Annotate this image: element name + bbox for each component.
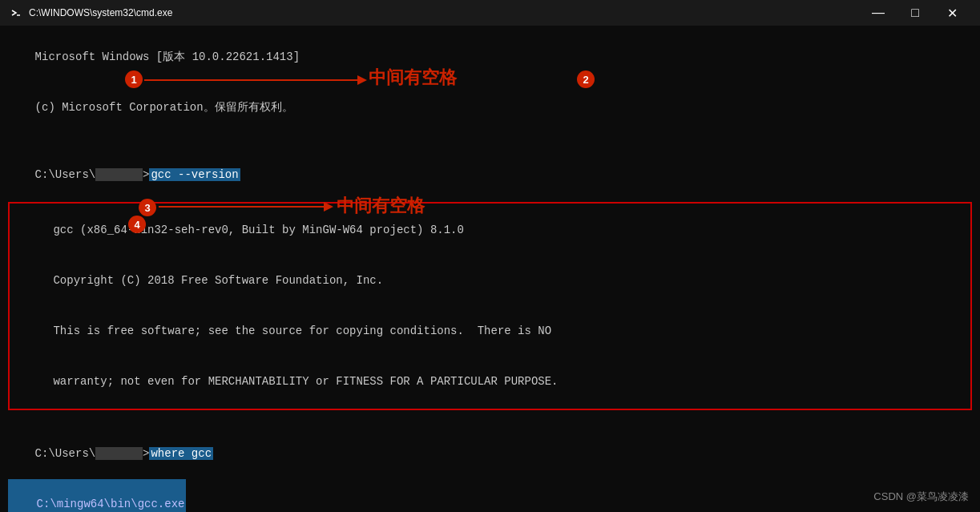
titlebar-controls: — □ ✕ bbox=[860, 0, 970, 26]
where-gcc-cmd: where gcc bbox=[149, 447, 213, 460]
blank-line-2 bbox=[8, 412, 972, 429]
titlebar-title: C:\WINDOWS\system32\cmd.exe bbox=[29, 7, 172, 18]
gcc-out-line-2: Copyright (C) 2018 Free Software Foundat… bbox=[13, 256, 967, 306]
titlebar-left: C:\WINDOWS\system32\cmd.exe bbox=[10, 6, 172, 19]
gcc-out-line-3: This is free software; see the source fo… bbox=[13, 306, 967, 357]
cmd-icon bbox=[10, 6, 22, 19]
windows-version-line: Microsoft Windows [版本 10.0.22621.1413] bbox=[8, 32, 972, 83]
username-2 bbox=[95, 447, 143, 460]
gcc-version-cmd: gcc --version bbox=[149, 168, 240, 181]
copyright-line: (c) Microsoft Corporation。保留所有权利。 bbox=[8, 83, 972, 133]
titlebar: C:\WINDOWS\system32\cmd.exe — □ ✕ bbox=[0, 0, 980, 26]
maximize-button[interactable]: □ bbox=[897, 0, 934, 26]
gcc-version-command-line: C:\Users\ >gcc --version bbox=[8, 150, 972, 200]
minimize-button[interactable]: — bbox=[860, 0, 897, 26]
prompt-1: C:\Users\ bbox=[35, 168, 96, 181]
gcc-out-line-4: warranty; not even for MERCHANTABILITY o… bbox=[13, 357, 967, 407]
blank-line-1 bbox=[8, 133, 972, 150]
gcc-out-line-1: gcc (x86_64-win32-seh-rev0, Built by Min… bbox=[13, 205, 967, 256]
terminal-window: Microsoft Windows [版本 10.0.22621.1413] (… bbox=[0, 26, 980, 512]
close-button[interactable]: ✕ bbox=[934, 0, 970, 26]
where-gcc-command-line: C:\Users\ >where gcc bbox=[8, 429, 972, 479]
watermark: CSDN @菜鸟凌凌漆 bbox=[873, 490, 969, 504]
where-output-line: C:\mingw64\bin\gcc.exe bbox=[8, 479, 186, 512]
prompt-2: C:\Users\ bbox=[35, 447, 96, 460]
gcc-output-box: gcc (x86_64-win32-seh-rev0, Built by Min… bbox=[8, 202, 972, 410]
username-1 bbox=[95, 168, 143, 181]
